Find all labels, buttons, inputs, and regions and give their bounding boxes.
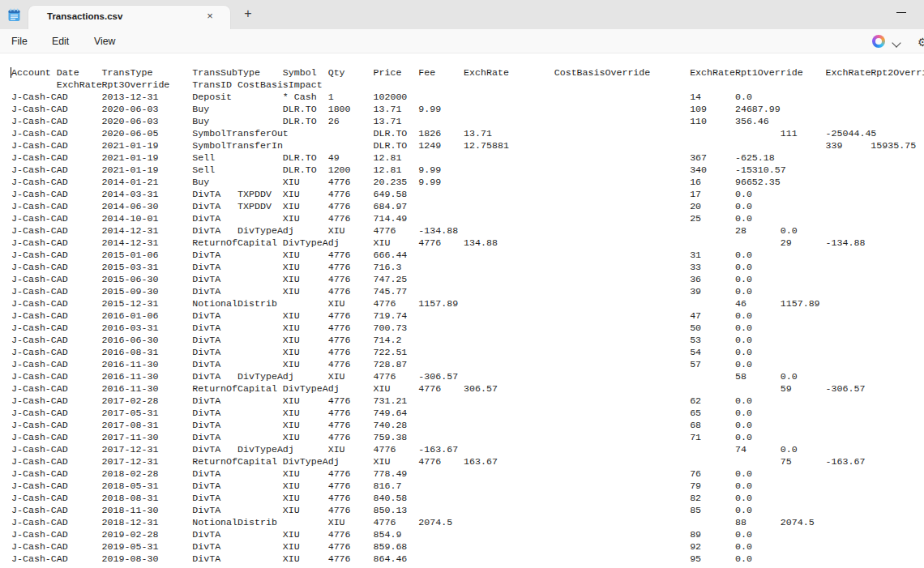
notepad-app-icon <box>6 7 22 23</box>
menu-view[interactable]: View <box>90 34 119 49</box>
tab-transactions-csv[interactable]: Transactions.csv × <box>28 5 231 29</box>
minimize-icon <box>896 12 906 13</box>
menu-file[interactable]: File <box>7 34 32 49</box>
text-editor-content[interactable]: Account Date TransType TransSubType Symb… <box>11 66 924 565</box>
menu-edit[interactable]: Edit <box>48 34 73 49</box>
tab-title: Transactions.csv <box>47 11 122 21</box>
gear-icon[interactable]: ⚙ <box>918 36 924 49</box>
notepad-window: { "window": { "app": "Notepad", "tab_tit… <box>0 0 924 568</box>
menu-bar: File Edit View ⚙ <box>0 29 924 53</box>
minimize-button[interactable] <box>893 2 914 23</box>
new-tab-button[interactable]: + <box>240 6 256 22</box>
tab-close-icon[interactable]: × <box>203 9 217 23</box>
title-bar: Transactions.csv × + <box>0 0 924 29</box>
copilot-icon[interactable] <box>872 35 885 48</box>
text-editor[interactable]: Account Date TransType TransSubType Symb… <box>0 53 924 568</box>
chevron-down-icon[interactable] <box>892 38 900 47</box>
